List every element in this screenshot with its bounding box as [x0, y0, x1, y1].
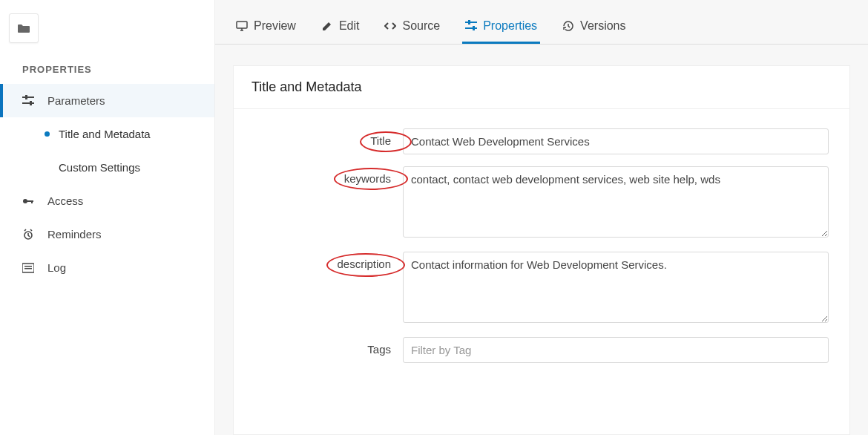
sidebar-subitem-custom-settings[interactable]: Custom Settings	[0, 151, 214, 184]
folder-icon	[18, 24, 30, 33]
sidebar-item-label: Log	[47, 261, 66, 274]
svg-rect-14	[465, 27, 477, 29]
sidebar-item-access[interactable]: Access	[0, 184, 214, 218]
code-icon	[384, 20, 396, 32]
svg-rect-12	[465, 22, 477, 23]
pencil-icon	[321, 20, 333, 32]
tab-versions[interactable]: Versions	[559, 9, 628, 44]
description-label: description	[337, 258, 391, 270]
tab-label: Source	[402, 19, 440, 33]
svg-rect-11	[237, 22, 247, 28]
folder-button[interactable]	[9, 13, 39, 43]
tab-label: Edit	[339, 19, 360, 33]
sidebar-subitem-label: Title and Metadata	[59, 128, 151, 140]
tab-source[interactable]: Source	[381, 9, 443, 44]
sidebar-section-header: PROPERTIES	[0, 43, 214, 84]
active-bullet-icon	[45, 131, 50, 137]
svg-rect-3	[30, 101, 32, 105]
clock-icon	[22, 229, 34, 241]
svg-rect-6	[31, 200, 33, 203]
keywords-textarea[interactable]: contact, contact web development service…	[403, 166, 829, 238]
description-textarea[interactable]: Contact information for Web Development …	[403, 252, 829, 323]
sidebar-subitem-label: Custom Settings	[59, 161, 140, 174]
tags-input[interactable]	[403, 337, 829, 363]
tab-preview[interactable]: Preview	[233, 9, 299, 44]
sliders-icon	[465, 20, 477, 32]
metadata-form: Title keywords contact, contact web deve…	[234, 109, 849, 382]
monitor-icon	[236, 20, 248, 32]
svg-rect-15	[473, 26, 475, 30]
tab-label: Preview	[254, 19, 296, 33]
list-icon	[22, 262, 34, 274]
sidebar-item-label: Parameters	[47, 94, 105, 107]
sidebar-item-label: Access	[47, 194, 83, 207]
tags-label: Tags	[367, 343, 391, 356]
sliders-icon	[22, 95, 34, 107]
sidebar: PROPERTIES Parameters Title and Metadata…	[0, 0, 215, 435]
bullet-icon	[45, 165, 50, 170]
svg-rect-13	[468, 20, 470, 24]
sidebar-item-log[interactable]: Log	[0, 251, 214, 284]
tabs: Preview Edit Source Properties Versions	[215, 0, 868, 45]
tab-label: Properties	[483, 19, 537, 33]
svg-rect-9	[24, 266, 32, 267]
properties-panel: Title and Metadata Title keywords	[233, 65, 850, 435]
sidebar-item-parameters[interactable]: Parameters	[0, 84, 214, 117]
sidebar-subitem-title-metadata[interactable]: Title and Metadata	[0, 117, 214, 151]
keywords-label: keywords	[344, 172, 391, 185]
svg-rect-10	[24, 268, 32, 269]
svg-rect-2	[22, 102, 34, 104]
sidebar-item-reminders[interactable]: Reminders	[0, 218, 214, 251]
panel-heading: Title and Metadata	[234, 66, 849, 109]
history-icon	[562, 20, 574, 32]
key-icon	[22, 195, 34, 207]
tab-properties[interactable]: Properties	[462, 9, 540, 44]
tab-label: Versions	[580, 19, 625, 33]
main-panel: Preview Edit Source Properties Versions …	[215, 0, 868, 435]
tab-edit[interactable]: Edit	[318, 9, 363, 44]
svg-rect-1	[25, 95, 27, 99]
title-input[interactable]	[403, 128, 829, 154]
svg-rect-0	[22, 97, 34, 98]
title-label: Title	[370, 134, 391, 147]
sidebar-item-label: Reminders	[47, 228, 102, 241]
